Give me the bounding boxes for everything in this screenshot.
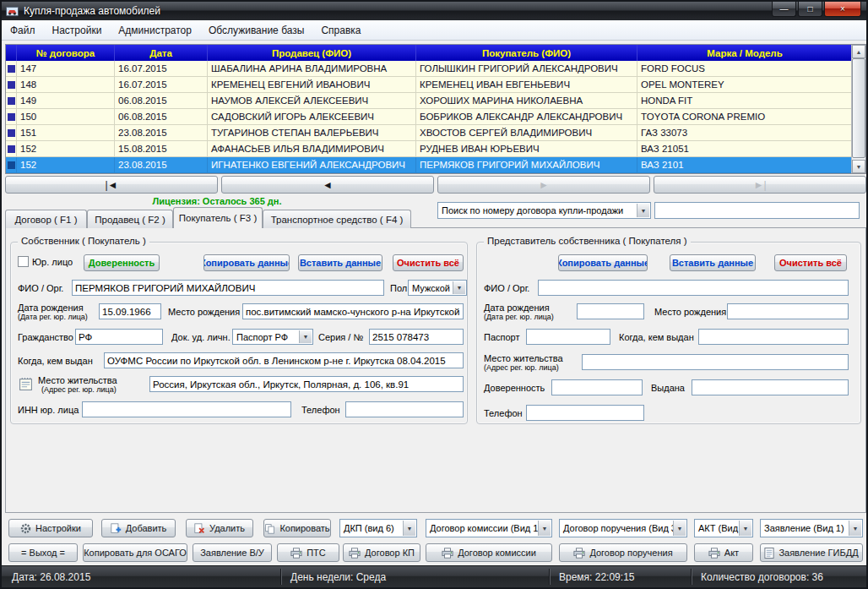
owner-paste-data-button[interactable]: Вставить данные <box>298 254 382 271</box>
cell-buyer[interactable]: БОБРИКОВ АЛЕКСАНДР АЛЕКСАНДРОВИЧ <box>416 109 637 125</box>
cell-seller[interactable]: АФАНАСЬЕВ ИЛЬЯ ВЛАДИМИРОВИЧ <box>208 141 416 157</box>
exit-button[interactable]: = Выход = <box>8 543 78 562</box>
chevron-down-icon[interactable]: ▼ <box>403 521 415 536</box>
cell-date[interactable]: 23.08.2015 <box>115 125 208 141</box>
chevron-down-icon[interactable]: ▼ <box>637 204 649 217</box>
cell-buyer[interactable]: КРЕМЕНЕЦ ИВАН ЕВГЕНЬЕВИЧ <box>416 77 637 93</box>
search-mode-combo[interactable]: Поиск по номеру договора купли-продажи ▼ <box>437 202 651 219</box>
zayavlenie-template-combo[interactable]: Заявление (Вид 1) ▼ <box>760 519 863 537</box>
print-dogovor-komissii-button[interactable]: Договор комиссии <box>426 543 552 562</box>
settings-button[interactable]: Настройки <box>8 519 93 537</box>
chevron-down-icon[interactable]: ▼ <box>739 521 751 536</box>
chevron-down-icon[interactable]: ▼ <box>673 521 686 536</box>
cell-contract-number[interactable]: 147 <box>17 61 115 77</box>
chevron-down-icon[interactable]: ▼ <box>299 330 312 343</box>
add-button[interactable]: Добавить <box>101 519 176 537</box>
owner-citizenship-input[interactable] <box>75 329 163 345</box>
print-pts-button[interactable]: ПТС <box>277 543 339 562</box>
cell-seller[interactable]: САДОВСКИЙ ИГОРЬ АЛЕКСЕЕВИЧ <box>208 109 416 125</box>
owner-birthplace-input[interactable] <box>242 303 464 319</box>
owner-series-input[interactable] <box>369 329 464 345</box>
table-row[interactable]: 150 06.08.2015 САДОВСКИЙ ИГОРЬ АЛЕКСЕЕВИ… <box>6 109 865 125</box>
menu-administrator[interactable]: Администратор <box>110 21 200 40</box>
print-dogovor-kp-button[interactable]: Договор КП <box>343 543 420 562</box>
table-row[interactable]: 152 15.08.2015 АФАНАСЬЕВ ИЛЬЯ ВЛАДИМИРОВ… <box>6 141 865 157</box>
nav-next-button[interactable]: ► <box>437 176 650 194</box>
cell-contract-number[interactable]: 152 <box>17 141 115 157</box>
menu-database[interactable]: Обслуживание базы <box>200 21 312 40</box>
close-button[interactable]: × <box>824 2 861 17</box>
cell-date[interactable]: 23.08.2015 <box>115 157 208 173</box>
delete-button[interactable]: Удалить <box>186 519 253 537</box>
chevron-down-icon[interactable]: ▼ <box>849 521 861 536</box>
menu-settings[interactable]: Настройки <box>44 21 111 40</box>
copy-for-osago-button[interactable]: Копировать для ОСАГО <box>83 543 187 562</box>
cell-model[interactable]: TOYOTA CORONA PREMIO <box>637 109 853 125</box>
cell-date[interactable]: 06.08.2015 <box>115 93 208 109</box>
cell-date[interactable]: 06.08.2015 <box>115 109 208 125</box>
tab-prodavets[interactable]: Продавец ( F2 ) <box>87 210 173 228</box>
rep-power-issued-input[interactable] <box>692 379 849 395</box>
rep-birth-date-input[interactable] <box>577 303 644 319</box>
cell-date[interactable]: 16.07.2015 <box>115 61 208 77</box>
menu-help[interactable]: Справка <box>312 21 369 40</box>
porucheniya-template-combo[interactable]: Договор поручения (Вид 3) ▼ <box>559 519 687 537</box>
cell-buyer[interactable]: ХОРОШИХ МАРИНА НИКОЛАЕВНА <box>416 93 637 109</box>
dkp-template-combo[interactable]: ДКП (вид 6) ▼ <box>339 519 417 537</box>
column-header-date[interactable]: Дата <box>115 45 208 61</box>
owner-inn-input[interactable] <box>82 401 291 417</box>
akt-template-combo[interactable]: АКТ (Вид 1) ▼ <box>694 519 753 537</box>
zayavlenie-vu-button[interactable]: Заявление В/У <box>193 543 272 562</box>
tab-transport[interactable]: Транспортное средство ( F4 ) <box>263 210 411 228</box>
cell-buyer[interactable]: ПЕРМЯКОВ ГРИГОРИЙ МИХАЙЛОВИЧ <box>416 157 637 173</box>
nav-last-button[interactable]: ►| <box>654 176 866 194</box>
column-header-buyer[interactable]: Покупатель (ФИО) <box>416 45 637 61</box>
zayavlenie-gibdd-button[interactable]: Заявление ГИБДД <box>760 543 863 562</box>
owner-clear-all-button[interactable]: Очистить всё <box>393 254 464 271</box>
owner-gender-combo[interactable]: Мужской ▼ <box>408 280 467 296</box>
komissiya-template-combo[interactable]: Договор комиссии (Вид 1) ▼ <box>426 519 552 537</box>
column-header-model[interactable]: Марка / Модель <box>637 45 853 61</box>
table-row[interactable]: 148 16.07.2015 КРЕМЕНЕЦ ЕВГЕНИЙ ИВАНОВИЧ… <box>6 77 865 93</box>
cell-seller[interactable]: ШАБАЛИНА АРИНА ВЛАДИМИРОВНА <box>208 61 416 77</box>
cell-buyer[interactable]: ХВОСТОВ СЕРГЕЙ ВЛАДИМИРОВИЧ <box>416 125 637 141</box>
rep-power-input[interactable] <box>551 379 643 395</box>
owner-fio-input[interactable] <box>72 280 384 296</box>
menu-file[interactable]: Файл <box>2 21 44 40</box>
tab-dogovor[interactable]: Договор ( F1 ) <box>5 210 87 228</box>
cell-contract-number[interactable]: 151 <box>17 125 115 141</box>
rep-copy-data-button[interactable]: Копировать данные <box>558 254 648 271</box>
cell-contract-number[interactable]: 152 <box>17 157 115 173</box>
address-edit-icon[interactable] <box>18 376 33 391</box>
column-header-seller[interactable]: Продавец (ФИО) <box>208 45 416 61</box>
cell-contract-number[interactable]: 150 <box>17 109 115 125</box>
cell-buyer[interactable]: ГОЛЫШКИН ГРИГОРИЙ АЛЕКСАНДРОВИЧ <box>416 61 637 77</box>
cell-date[interactable]: 15.08.2015 <box>115 141 208 157</box>
cell-date[interactable]: 16.07.2015 <box>115 77 208 93</box>
jur-lico-checkbox[interactable] <box>18 256 29 267</box>
scroll-down-icon[interactable]: ▼ <box>852 160 865 173</box>
owner-issued-input[interactable] <box>104 352 464 368</box>
cell-model[interactable]: HONDA FIT <box>637 93 853 109</box>
cell-contract-number[interactable]: 148 <box>17 77 115 93</box>
cell-model[interactable]: ВАЗ 2101 <box>637 157 853 173</box>
table-row[interactable]: 151 23.08.2015 ТУГАРИНОВ СТЕПАН ВАЛЕРЬЕВ… <box>6 125 865 141</box>
rep-clear-all-button[interactable]: Очистить всё <box>774 254 847 271</box>
nav-first-button[interactable]: |◄ <box>5 176 218 194</box>
cell-seller[interactable]: НАУМОВ АЛЕКСЕЙ АЛЕКСЕЕВИЧ <box>208 93 416 109</box>
cell-seller[interactable]: ТУГАРИНОВ СТЕПАН ВАЛЕРЬЕВИЧ <box>208 125 416 141</box>
nav-prev-button[interactable]: ◄ <box>221 176 434 194</box>
rep-phone-input[interactable] <box>526 405 644 421</box>
scrollbar-thumb[interactable] <box>852 58 865 158</box>
rep-fio-input[interactable] <box>538 280 849 296</box>
table-row[interactable]: 149 06.08.2015 НАУМОВ АЛЕКСЕЙ АЛЕКСЕЕВИЧ… <box>6 93 865 109</box>
print-akt-button[interactable]: Акт <box>694 543 753 562</box>
cell-contract-number[interactable]: 149 <box>17 93 115 109</box>
scroll-up-icon[interactable]: ▲ <box>852 45 865 58</box>
tab-pokupatel[interactable]: Покупатель ( F3 ) <box>173 207 263 228</box>
rep-birthplace-input[interactable] <box>727 303 849 319</box>
rep-address-input[interactable] <box>582 354 849 370</box>
table-scrollbar[interactable]: ▲ ▼ <box>851 45 865 173</box>
search-input[interactable] <box>654 202 860 219</box>
cell-seller[interactable]: КРЕМЕНЕЦ ЕВГЕНИЙ ИВАНОВИЧ <box>208 77 416 93</box>
